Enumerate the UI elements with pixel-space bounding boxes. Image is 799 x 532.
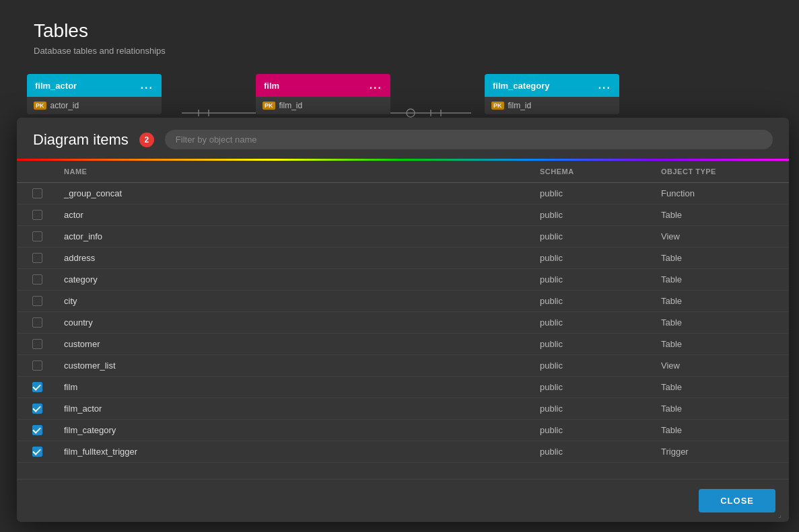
table-row: film_fulltext_triggerpublicTrigger — [17, 441, 789, 463]
checkbox-cell — [17, 447, 57, 457]
bg-table-film-name: film — [264, 81, 279, 91]
table-row: film_categorypublicTable — [17, 420, 789, 441]
row-type: Table — [654, 317, 789, 328]
pk-badge-film: PK — [263, 102, 275, 110]
row-type: Table — [654, 210, 789, 220]
row-checkbox-film_actor[interactable] — [32, 404, 42, 414]
checkbox-cell — [17, 404, 57, 414]
bg-table-film-actor-dots: ... — [141, 79, 153, 91]
row-checkbox-category[interactable] — [32, 274, 42, 284]
bg-table-film-field: film_id — [279, 101, 303, 110]
row-checkbox-_group_concat[interactable] — [32, 188, 42, 198]
table-row: filmpublicTable — [17, 377, 789, 398]
resize-handle[interactable]: ⌟ — [778, 511, 786, 519]
row-type: Table — [654, 425, 789, 435]
row-name: customer — [57, 339, 533, 349]
bg-table-film-category-header: film_category ... — [485, 74, 619, 97]
row-checkbox-country[interactable] — [32, 317, 42, 328]
modal-footer: CLOSE — [17, 479, 789, 522]
checkbox-cell — [17, 231, 57, 241]
filter-input[interactable] — [165, 130, 773, 149]
checkbox-cell — [17, 425, 57, 435]
row-checkbox-actor[interactable] — [32, 210, 42, 220]
bg-table-film: film ... PK film_id — [256, 74, 390, 114]
pk-badge-film-category: PK — [491, 102, 504, 110]
checkbox-cell — [17, 382, 57, 392]
row-name: _group_concat — [57, 188, 533, 198]
bg-table-film-dots: ... — [370, 79, 382, 91]
table-nodes-background: film_actor ... PK actor_id film ... PK f… — [27, 74, 772, 114]
col-header-checkbox — [17, 167, 57, 176]
checkbox-cell — [17, 360, 57, 371]
row-name: film_actor — [57, 404, 533, 414]
row-checkbox-actor_info[interactable] — [32, 231, 42, 241]
bg-table-film-category-name: film_category — [493, 81, 550, 91]
row-name: film_fulltext_trigger — [57, 447, 533, 457]
checkbox-cell — [17, 188, 57, 198]
bg-table-film-header: film ... — [256, 74, 390, 97]
row-name: customer_list — [57, 360, 533, 371]
table-row: addresspublicTable — [17, 248, 789, 269]
row-schema: public — [533, 339, 654, 349]
row-checkbox-city[interactable] — [32, 296, 42, 306]
row-type: Table — [654, 404, 789, 414]
table-row: customerpublicTable — [17, 334, 789, 355]
checkbox-cell — [17, 339, 57, 349]
items-table: 1 NAME SCHEMA OBJECT TYPE _group_concatp… — [17, 161, 789, 479]
row-schema: public — [533, 296, 654, 306]
table-row: citypublicTable — [17, 291, 789, 312]
col-header-schema: SCHEMA — [533, 167, 654, 176]
row-schema: public — [533, 231, 654, 241]
row-schema: public — [533, 425, 654, 435]
row-checkbox-customer[interactable] — [32, 339, 42, 349]
table-body: _group_concatpublicFunctionactorpublicTa… — [17, 183, 789, 479]
row-type: Table — [654, 274, 789, 284]
checkbox-cell — [17, 296, 57, 306]
checkbox-cell — [17, 274, 57, 284]
row-type: Table — [654, 339, 789, 349]
row-checkbox-film_fulltext_trigger[interactable] — [32, 447, 42, 457]
row-checkbox-customer_list[interactable] — [32, 360, 42, 371]
row-checkbox-film_category[interactable] — [32, 425, 42, 435]
row-schema: public — [533, 404, 654, 414]
row-name: film_category — [57, 425, 533, 435]
table-row: categorypublicTable — [17, 269, 789, 291]
bg-table-film-actor-header: film_actor ... — [27, 74, 162, 97]
table-row: customer_listpublicView — [17, 355, 789, 377]
close-button[interactable]: CLOSE — [699, 489, 775, 512]
row-name: actor — [57, 210, 533, 220]
checkbox-cell — [17, 210, 57, 220]
page-title: Tables — [34, 20, 765, 42]
row-type: Trigger — [654, 447, 789, 457]
page-subtitle: Database tables and relationships — [34, 46, 765, 56]
row-schema: public — [533, 317, 654, 328]
table-row: _group_concatpublicFunction — [17, 183, 789, 204]
bg-table-film-actor-name: film_actor — [35, 81, 77, 91]
row-checkbox-address[interactable] — [32, 253, 42, 263]
row-schema: public — [533, 447, 654, 457]
row-checkbox-film[interactable] — [32, 382, 42, 392]
pk-badge: PK — [34, 102, 46, 110]
bg-table-film-category: film_category ... PK film_id — [485, 74, 619, 114]
table-row: actor_infopublicView — [17, 226, 789, 248]
row-name: city — [57, 296, 533, 306]
row-name: category — [57, 274, 533, 284]
row-name: actor_info — [57, 231, 533, 241]
diagram-items-modal: Diagram items 2 1 NAME SCHEMA OBJECT TYP… — [17, 118, 789, 522]
modal-title: Diagram items — [33, 131, 129, 149]
row-schema: public — [533, 274, 654, 284]
row-schema: public — [533, 188, 654, 198]
bg-table-film-body: PK film_id — [256, 97, 390, 114]
row-type: Function — [654, 188, 789, 198]
row-type: View — [654, 231, 789, 241]
bg-table-film-actor-field: actor_id — [50, 101, 79, 110]
col-header-type: OBJECT TYPE — [654, 167, 789, 176]
table-header: NAME SCHEMA OBJECT TYPE — [17, 161, 789, 183]
table-row: film_actorpublicTable — [17, 398, 789, 420]
table-row: actorpublicTable — [17, 204, 789, 226]
modal-badge: 2 — [139, 132, 154, 147]
row-schema: public — [533, 360, 654, 371]
checkbox-cell — [17, 253, 57, 263]
row-name: film — [57, 382, 533, 392]
row-name: country — [57, 317, 533, 328]
